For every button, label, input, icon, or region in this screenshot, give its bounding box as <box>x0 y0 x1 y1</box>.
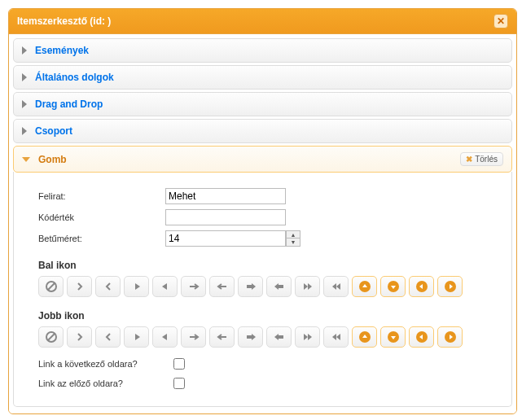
cancel-icon <box>46 331 57 343</box>
icon-option-arrow-left[interactable] <box>266 326 292 348</box>
dialog-titlebar[interactable]: Itemszerkesztő (id: ) ✕ <box>9 9 516 34</box>
link-next-label: Link a következő oldara? <box>38 359 165 369</box>
icon-option-triangle-left[interactable] <box>152 326 178 348</box>
icon-option-arrow-right[interactable] <box>238 326 263 348</box>
icon-option-circle-down[interactable] <box>380 276 406 297</box>
chevron-down-icon <box>22 157 30 162</box>
rewind-icon <box>331 332 342 342</box>
icon-option-fast-forward[interactable] <box>295 326 320 348</box>
dialog-title: Itemszerkesztő (id: ) <box>17 15 111 27</box>
icon-option-triangle-left[interactable] <box>152 276 178 297</box>
link-prev-label: Link az előző oldara? <box>38 378 165 388</box>
icon-option-arrow-left-thin[interactable] <box>209 326 235 348</box>
delete-label: Törlés <box>475 155 498 164</box>
icon-option-rewind[interactable] <box>323 276 349 297</box>
close-button[interactable]: ✕ <box>493 14 508 28</box>
accordion-label: Események <box>35 45 89 56</box>
chevron-right-icon <box>75 332 85 342</box>
icon-option-arrow-right-thin[interactable] <box>181 326 206 348</box>
accordion-header-button[interactable]: Gomb ✖ Törlés <box>13 146 512 173</box>
fontsize-row: Betűméret: ▲ ▼ <box>38 230 487 247</box>
icon-option-cancel[interactable] <box>38 326 64 348</box>
icon-option-fast-forward[interactable] <box>295 276 320 297</box>
caption-input[interactable] <box>165 188 286 204</box>
accordion-label: Gomb <box>38 154 67 165</box>
icon-option-chevron-left[interactable] <box>95 276 121 297</box>
accordion-header-general[interactable]: Általános dolgok <box>13 65 512 90</box>
arrow-right-thin-icon <box>188 332 200 342</box>
icon-option-circle-left[interactable] <box>409 326 434 348</box>
right-icon-buttonset <box>38 326 487 348</box>
triangle-left-icon <box>160 282 170 291</box>
rewind-icon <box>331 282 342 291</box>
icon-option-circle-right[interactable] <box>437 276 463 297</box>
icon-option-circle-up[interactable] <box>352 276 377 297</box>
arrow-left-icon <box>274 282 285 291</box>
link-prev-row: Link az előző oldara? <box>38 375 487 392</box>
fontsize-spinner: ▲ ▼ <box>165 230 300 247</box>
svg-line-1 <box>48 283 55 290</box>
icon-option-triangle-right[interactable] <box>124 276 149 297</box>
link-next-row: Link a következő oldara? <box>38 356 487 372</box>
link-prev-checkbox[interactable] <box>173 378 185 389</box>
icon-option-rewind[interactable] <box>323 326 349 348</box>
codevalue-input[interactable] <box>165 209 286 225</box>
icon-option-cancel[interactable] <box>38 276 64 297</box>
icon-option-circle-up[interactable] <box>352 326 377 348</box>
triangle-right-icon <box>132 282 142 291</box>
icon-option-arrow-left-thin[interactable] <box>209 276 235 297</box>
triangle-left-icon <box>160 332 170 342</box>
arrow-left-thin-icon <box>217 332 228 342</box>
chevron-right-icon <box>22 100 27 108</box>
chevron-right-icon <box>22 127 27 135</box>
accordion-header-dragdrop[interactable]: Drag and Drop <box>13 92 512 116</box>
close-icon: ✕ <box>497 15 505 27</box>
icon-option-circle-left[interactable] <box>409 276 434 297</box>
spinner-buttons: ▲ ▼ <box>286 230 300 247</box>
arrow-left-thin-icon <box>217 282 228 291</box>
chevron-right-icon <box>75 282 85 291</box>
link-next-checkbox[interactable] <box>173 358 185 370</box>
circle-left-icon <box>415 330 428 343</box>
icon-option-chevron-left[interactable] <box>95 326 121 348</box>
chevron-right-icon <box>22 73 27 81</box>
accordion-label: Általános dolgok <box>35 72 114 83</box>
caption-row: Felirat: <box>38 188 487 204</box>
icon-option-circle-right[interactable] <box>437 326 463 348</box>
circle-left-icon <box>415 280 428 293</box>
fast-forward-icon <box>302 332 314 342</box>
left-icon-heading: Bal ikon <box>38 260 487 271</box>
right-icon-heading: Jobb ikon <box>38 310 487 322</box>
triangle-right-icon <box>132 332 142 342</box>
accordion-header-events[interactable]: Események <box>13 38 512 63</box>
caption-label: Felirat: <box>38 191 165 201</box>
circle-up-icon <box>358 330 371 343</box>
spinner-up-button[interactable]: ▲ <box>287 231 300 238</box>
circle-right-icon <box>444 330 457 343</box>
icon-option-arrow-left[interactable] <box>266 276 292 297</box>
delete-button[interactable]: ✖ Törlés <box>460 152 503 166</box>
fontsize-label: Betűméret: <box>38 234 165 243</box>
icon-option-chevron-right[interactable] <box>67 276 92 297</box>
icon-option-arrow-right-thin[interactable] <box>181 276 206 297</box>
arrow-right-icon <box>245 332 257 342</box>
accordion-label: Csoport <box>35 125 72 137</box>
accordion-label: Drag and Drop <box>35 98 103 110</box>
arrow-right-thin-icon <box>188 282 200 291</box>
codevalue-label: Kódérték <box>38 212 165 222</box>
icon-option-circle-down[interactable] <box>380 326 406 348</box>
spinner-down-button[interactable]: ▼ <box>287 238 300 246</box>
delete-icon: ✖ <box>466 155 472 164</box>
arrow-right-icon <box>245 282 257 291</box>
fontsize-input[interactable] <box>165 230 286 247</box>
accordion-header-group[interactable]: Csoport <box>13 119 512 143</box>
chevron-left-icon <box>103 332 113 342</box>
cancel-icon <box>46 281 57 292</box>
left-icon-buttonset <box>38 276 487 297</box>
icon-option-triangle-right[interactable] <box>124 326 149 348</box>
circle-right-icon <box>444 280 457 293</box>
item-editor-dialog: Itemszerkesztő (id: ) ✕ Események Általá… <box>8 8 517 414</box>
codevalue-row: Kódérték <box>38 209 487 225</box>
icon-option-chevron-right[interactable] <box>67 326 92 348</box>
icon-option-arrow-right[interactable] <box>238 276 263 297</box>
